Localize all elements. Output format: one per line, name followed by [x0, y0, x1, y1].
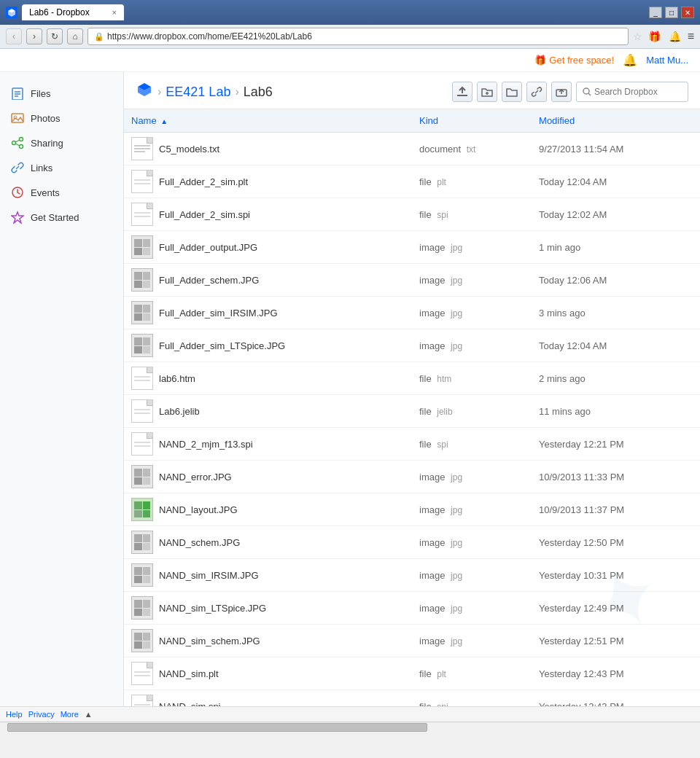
svg-line-13 — [15, 144, 19, 146]
sidebar-item-links[interactable]: Links — [0, 155, 123, 180]
table-row[interactable]: NAND_2_mjm_f13.spi file spi Yesterday 12… — [124, 428, 700, 461]
forward-button[interactable]: › — [26, 28, 42, 44]
file-name[interactable]: NAND_sim.spi — [159, 701, 221, 707]
file-modified: Yesterday 12:50 PM — [539, 537, 624, 548]
table-row[interactable]: NAND_sim.spi file spi Yesterday 12:43 PM — [124, 690, 700, 707]
sidebar-item-files[interactable]: Files — [0, 81, 123, 106]
file-kind: file — [419, 373, 432, 384]
table-row[interactable]: NAND_schem.JPG image jpg Yesterday 12:50… — [124, 526, 700, 559]
file-name[interactable]: NAND_sim_IRSIM.JPG — [159, 570, 259, 581]
table-row[interactable]: NAND_layout.JPG image jpg 10/9/2013 11:3… — [124, 493, 700, 526]
file-name[interactable]: Lab6.jelib — [159, 406, 200, 417]
table-row[interactable]: lab6.htm file htm 2 mins ago — [124, 362, 700, 395]
table-row[interactable]: Full_Adder_sim_LTSpice.JPG image jpg Tod… — [124, 329, 700, 362]
file-kind: image — [419, 472, 445, 482]
upload-button[interactable] — [452, 82, 472, 102]
table-row[interactable]: Full_Adder_sim_IRSIM.JPG image jpg 3 min… — [124, 297, 700, 329]
table-row[interactable]: Full_Adder_2_sim.spi file spi Today 12:0… — [124, 198, 700, 231]
browser-menu-button[interactable]: ≡ — [688, 30, 694, 43]
tab-close-button[interactable]: × — [112, 8, 117, 17]
horizontal-scrollbar[interactable] — [0, 722, 700, 732]
url-display: https://www.dropbox.com/home/EE421%20Lab… — [107, 31, 622, 42]
sidebar-item-get-started[interactable]: Get Started — [0, 205, 123, 230]
table-row[interactable]: Full_Adder_schem.JPG image jpg Today 12:… — [124, 264, 700, 297]
bookmark-button[interactable]: ☆ — [633, 31, 642, 42]
more-link[interactable]: More — [61, 710, 79, 719]
file-modified: Yesterday 12:51 PM — [539, 636, 624, 646]
back-button[interactable]: ‹ — [6, 28, 22, 44]
table-row[interactable]: NAND_sim_LTSpice.JPG image jpg Yesterday… — [124, 592, 700, 625]
file-kind: image — [419, 340, 445, 351]
table-row[interactable]: Lab6.jelib file jelib 11 mins ago — [124, 395, 700, 428]
file-ext: jpg — [451, 276, 462, 286]
sidebar-item-sharing[interactable]: Sharing — [0, 130, 123, 155]
sidebar-item-events[interactable]: Events — [0, 180, 123, 205]
minimize-button[interactable]: _ — [649, 7, 662, 18]
maximize-button[interactable]: □ — [665, 7, 678, 18]
sidebar-item-photos[interactable]: Photos — [0, 106, 123, 130]
file-name[interactable]: NAND_sim_LTSpice.JPG — [159, 603, 266, 614]
extension-button-1[interactable]: 🎁 — [647, 28, 663, 44]
active-tab[interactable]: Lab6 - Dropbox × — [22, 4, 124, 20]
table-row[interactable]: Full_Adder_2_sim.plt file plt Today 12:0… — [124, 165, 700, 198]
table-row[interactable]: Full_Adder_output.JPG image jpg 1 min ag… — [124, 231, 700, 264]
sharing-label: Sharing — [31, 138, 63, 149]
file-name[interactable]: Full_Adder_output.JPG — [159, 242, 257, 253]
open-folder-button[interactable] — [502, 82, 522, 102]
notification-bell[interactable]: 🔔 — [623, 53, 637, 67]
address-bar[interactable]: 🔒 https://www.dropbox.com/home/EE421%20L… — [88, 28, 629, 45]
col-kind[interactable]: Kind — [412, 109, 532, 133]
privacy-link[interactable]: Privacy — [28, 710, 55, 719]
gift-icon: 🎁 — [534, 55, 546, 66]
file-kind: image — [419, 603, 445, 614]
table-row[interactable]: NAND_sim_IRSIM.JPG image jpg Yesterday 1… — [124, 559, 700, 592]
col-name[interactable]: Name ▲ — [124, 109, 412, 133]
search-input[interactable] — [594, 87, 682, 97]
file-ext: jpg — [451, 341, 462, 351]
photos-icon — [10, 111, 25, 125]
file-name[interactable]: C5_models.txt — [159, 144, 219, 155]
share-button[interactable] — [551, 82, 572, 102]
table-row[interactable]: NAND_error.JPG image jpg 10/9/2013 11:33… — [124, 461, 700, 493]
file-name[interactable]: Full_Adder_schem.JPG — [159, 275, 259, 286]
events-label: Events — [31, 187, 60, 198]
file-icon — [131, 465, 153, 488]
col-modified[interactable]: Modified — [532, 109, 700, 133]
help-link[interactable]: Help — [6, 710, 23, 719]
table-row[interactable]: NAND_sim_schem.JPG image jpg Yesterday 1… — [124, 625, 700, 657]
file-name[interactable]: NAND_sim_schem.JPG — [159, 636, 260, 646]
table-row[interactable]: C5_models.txt document txt 9/27/2013 11:… — [124, 133, 700, 165]
scroll-up-indicator[interactable]: ▲ — [85, 710, 93, 719]
get-free-space[interactable]: 🎁 Get free space! — [534, 55, 614, 66]
file-name[interactable]: lab6.htm — [159, 373, 195, 384]
file-icon — [131, 629, 153, 652]
breadcrumb: › EE421 Lab › Lab6 — [136, 81, 273, 103]
new-folder-button[interactable] — [477, 82, 497, 102]
scroll-thumb[interactable] — [7, 723, 427, 732]
refresh-button[interactable]: ↻ — [47, 28, 63, 44]
file-kind: image — [419, 537, 445, 548]
user-menu[interactable]: Matt Mu... — [646, 55, 688, 66]
breadcrumb-parent[interactable]: EE421 Lab — [166, 85, 230, 100]
file-name[interactable]: NAND_2_mjm_f13.spi — [159, 439, 253, 450]
file-name[interactable]: Full_Adder_sim_IRSIM.JPG — [159, 308, 278, 319]
file-name[interactable]: Full_Adder_2_sim.spi — [159, 209, 250, 220]
main-content: › EE421 Lab › Lab6 — [124, 72, 700, 706]
file-name[interactable]: NAND_sim.plt — [159, 668, 219, 679]
search-box[interactable] — [576, 82, 688, 102]
photos-label: Photos — [31, 113, 60, 124]
file-list-container: ✦ Name ▲ Kind Modified — [124, 109, 700, 706]
home-button[interactable]: ⌂ — [67, 28, 83, 44]
extension-button-2[interactable]: 🔔 — [667, 28, 683, 44]
file-name[interactable]: NAND_layout.JPG — [159, 504, 238, 515]
file-ext: jpg — [451, 538, 462, 548]
file-name[interactable]: NAND_schem.JPG — [159, 537, 240, 548]
close-button[interactable]: ✕ — [681, 7, 694, 18]
get-link-button[interactable] — [526, 82, 547, 102]
file-name[interactable]: Full_Adder_sim_LTSpice.JPG — [159, 340, 285, 351]
nav-bar: ‹ › ↻ ⌂ 🔒 https://www.dropbox.com/home/E… — [0, 25, 700, 49]
file-icon — [131, 432, 153, 456]
file-name[interactable]: Full_Adder_2_sim.plt — [159, 176, 248, 187]
table-row[interactable]: NAND_sim.plt file plt Yesterday 12:43 PM — [124, 657, 700, 690]
file-name[interactable]: NAND_error.JPG — [159, 472, 232, 482]
